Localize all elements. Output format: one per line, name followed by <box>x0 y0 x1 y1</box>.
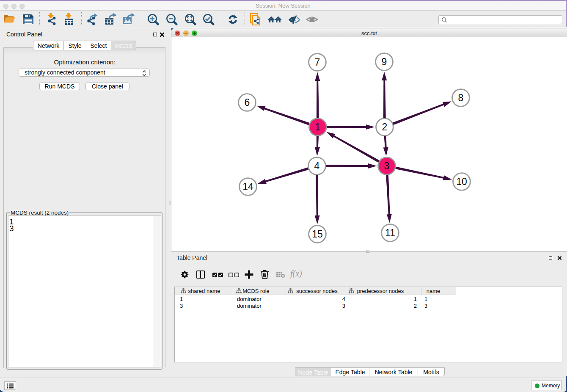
svg-text:3: 3 <box>384 160 390 171</box>
svg-text:10: 10 <box>456 176 467 187</box>
svg-text:7: 7 <box>315 57 320 68</box>
svg-text:15: 15 <box>312 229 323 240</box>
svg-text:11: 11 <box>385 227 395 238</box>
svg-text:6: 6 <box>245 97 250 108</box>
svg-text:4: 4 <box>314 160 320 171</box>
svg-text:9: 9 <box>382 56 387 67</box>
svg-text:14: 14 <box>242 181 253 192</box>
svg-text:2: 2 <box>382 121 388 133</box>
svg-text:8: 8 <box>458 92 464 103</box>
svg-text:1: 1 <box>315 121 321 133</box>
